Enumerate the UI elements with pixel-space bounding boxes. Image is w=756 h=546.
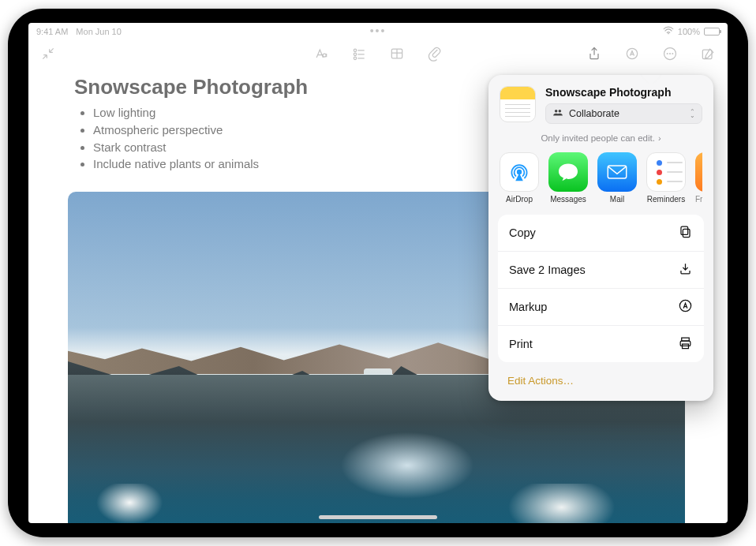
table-icon[interactable] [388,45,406,62]
svg-point-12 [559,110,562,113]
home-indicator[interactable] [319,515,437,519]
permission-subtext-row[interactable]: Only invited people can edit. › [488,130,713,152]
svg-point-7 [667,54,668,54]
markup-toolbar-icon[interactable] [623,45,641,62]
share-sheet-popover: Snowscape Photograph Collaborate ⌃⌄ Only… [488,75,713,401]
action-print[interactable]: Print [498,326,704,362]
status-time: 9:41 AM [36,27,68,36]
action-copy[interactable]: Copy [498,215,704,252]
collaborate-selector[interactable]: Collaborate ⌃⌄ [545,103,702,124]
svg-point-8 [670,54,671,54]
svg-point-11 [555,110,558,113]
collapse-icon[interactable] [39,45,57,62]
share-apps-row[interactable]: AirDrop Messages Mail [488,152,713,210]
battery-percentage: 100% [678,27,700,36]
status-date: Mon Jun 10 [76,27,121,36]
svg-point-1 [354,49,356,51]
share-app-mail[interactable]: Mail [597,152,637,204]
collaborate-label: Collaborate [569,108,619,119]
action-save-images[interactable]: Save 2 Images [498,252,704,289]
wifi-icon [663,26,674,37]
action-markup[interactable]: Markup [498,289,704,326]
freeform-icon [695,152,702,192]
svg-point-17 [679,300,691,311]
markup-icon [678,298,693,316]
notes-toolbar [28,40,728,67]
svg-point-2 [354,53,356,55]
share-app-airdrop[interactable]: AirDrop [500,152,539,204]
mail-icon [597,152,637,192]
people-icon [552,108,563,119]
print-icon [678,335,693,353]
messages-icon [548,152,588,192]
updown-chevron-icon: ⌃⌄ [690,110,695,118]
permission-text: Only invited people can edit. [541,133,654,143]
compose-icon[interactable] [699,45,717,62]
share-icon[interactable] [586,45,603,62]
edit-actions-link[interactable]: Edit Actions… [488,367,713,401]
svg-rect-16 [681,226,688,234]
text-format-icon[interactable] [313,45,330,62]
attachment-icon[interactable] [426,45,443,62]
share-actions-list: Copy Save 2 Images Markup Print [498,215,704,362]
share-sheet-title: Snowscape Photograph [545,86,702,99]
share-app-more[interactable]: Fr [695,152,702,204]
svg-point-0 [668,33,669,35]
more-icon[interactable] [661,45,679,62]
chevron-right-icon: › [658,133,661,143]
svg-point-3 [354,57,356,59]
reminders-icon [646,152,686,192]
svg-rect-14 [608,166,626,178]
airdrop-icon [500,152,539,192]
status-bar: 9:41 AM Mon Jun 10 ••• 100% [28,23,728,40]
notes-app-icon [500,86,536,122]
save-icon [678,261,693,279]
copy-icon [678,224,693,241]
multitasking-dots[interactable]: ••• [370,27,387,36]
battery-icon [704,28,720,36]
svg-rect-15 [683,229,690,237]
svg-point-9 [672,54,673,54]
share-app-reminders[interactable]: Reminders [646,152,686,204]
checklist-icon[interactable] [350,45,368,62]
share-app-messages[interactable]: Messages [548,152,588,204]
